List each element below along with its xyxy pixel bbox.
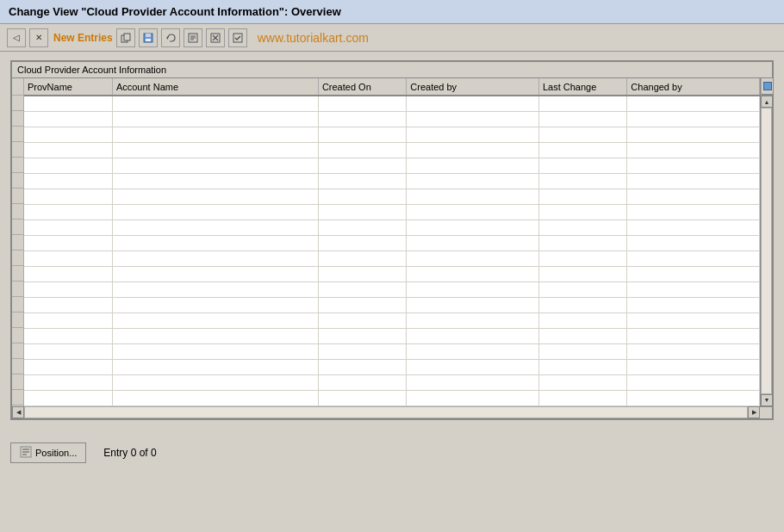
table-cell[interactable] (24, 173, 112, 189)
table-cell[interactable] (24, 220, 112, 235)
table-cell[interactable] (627, 266, 760, 281)
scroll-right-btn[interactable]: ▶ (748, 406, 760, 418)
row-indicator-12[interactable] (12, 266, 23, 281)
col-header-provname[interactable]: ProvName (24, 78, 112, 96)
scroll-down-btn[interactable]: ▼ (761, 394, 773, 406)
table-cell[interactable] (24, 359, 112, 374)
col-header-account-name[interactable]: Account Name (112, 78, 318, 96)
table-cell[interactable] (24, 204, 112, 220)
table-cell[interactable] (24, 374, 112, 390)
table-row[interactable] (24, 297, 760, 312)
table-cell[interactable] (24, 251, 112, 266)
table-cell[interactable] (112, 96, 318, 111)
table-cell[interactable] (407, 142, 539, 158)
table-cell[interactable] (407, 220, 539, 235)
table-cell[interactable] (112, 266, 318, 281)
table-cell[interactable] (627, 328, 760, 343)
select-btn[interactable] (228, 28, 247, 47)
table-cell[interactable] (538, 220, 626, 235)
table-cell[interactable] (627, 374, 760, 390)
table-cell[interactable] (407, 343, 539, 359)
table-cell[interactable] (24, 111, 112, 127)
table-row[interactable] (24, 328, 760, 343)
table-cell[interactable] (407, 251, 539, 266)
table-cell[interactable] (407, 189, 539, 204)
table-cell[interactable] (24, 158, 112, 173)
table-row[interactable] (24, 235, 760, 251)
table-cell[interactable] (627, 251, 760, 266)
save-btn[interactable] (139, 28, 158, 47)
col-header-changed-by[interactable]: Changed by (627, 78, 760, 96)
table-cell[interactable] (407, 127, 539, 142)
back-btn[interactable]: ◁ (7, 28, 26, 47)
table-cell[interactable] (318, 220, 406, 235)
table-cell[interactable] (24, 390, 112, 405)
table-cell[interactable] (318, 266, 406, 281)
col-header-last-change[interactable]: Last Change (538, 78, 626, 96)
table-cell[interactable] (112, 111, 318, 127)
table-cell[interactable] (407, 328, 539, 343)
table-cell[interactable] (538, 96, 626, 111)
table-cell[interactable] (627, 312, 760, 328)
table-row[interactable] (24, 312, 760, 328)
table-cell[interactable] (318, 127, 406, 142)
table-cell[interactable] (318, 281, 406, 297)
table-cell[interactable] (318, 235, 406, 251)
row-indicator-7[interactable] (12, 189, 23, 204)
table-row[interactable] (24, 251, 760, 266)
table-cell[interactable] (318, 111, 406, 127)
table-cell[interactable] (627, 359, 760, 374)
table-cell[interactable] (318, 142, 406, 158)
table-cell[interactable] (627, 390, 760, 405)
vertical-scrollbar[interactable]: ▲ ▼ (760, 78, 772, 406)
table-cell[interactable] (627, 111, 760, 127)
new-entries-label[interactable]: New Entries (53, 32, 113, 44)
table-cell[interactable] (318, 343, 406, 359)
table-cell[interactable] (627, 343, 760, 359)
table-cell[interactable] (538, 189, 626, 204)
table-cell[interactable] (112, 204, 318, 220)
table-cell[interactable] (538, 204, 626, 220)
row-indicator-11[interactable] (12, 251, 23, 266)
table-cell[interactable] (407, 158, 539, 173)
table-cell[interactable] (538, 142, 626, 158)
row-indicator-15[interactable] (12, 312, 23, 328)
table-cell[interactable] (112, 127, 318, 142)
table-cell[interactable] (24, 328, 112, 343)
table-cell[interactable] (538, 328, 626, 343)
table-cell[interactable] (318, 312, 406, 328)
table-row[interactable] (24, 359, 760, 374)
table-cell[interactable] (318, 158, 406, 173)
delete-btn[interactable] (206, 28, 225, 47)
table-cell[interactable] (318, 328, 406, 343)
col-header-created-by[interactable]: Created by (407, 78, 539, 96)
table-row[interactable] (24, 204, 760, 220)
table-cell[interactable] (318, 189, 406, 204)
exit-btn[interactable]: ✕ (29, 28, 48, 47)
horizontal-scrollbar[interactable]: ◀ ▶ (12, 406, 772, 418)
table-cell[interactable] (627, 297, 760, 312)
table-cell[interactable] (407, 359, 539, 374)
row-indicator-14[interactable] (12, 297, 23, 312)
table-cell[interactable] (627, 142, 760, 158)
table-row[interactable] (24, 173, 760, 189)
table-cell[interactable] (407, 96, 539, 111)
row-indicator-3[interactable] (12, 127, 23, 142)
table-cell[interactable] (318, 359, 406, 374)
table-cell[interactable] (538, 127, 626, 142)
table-cell[interactable] (112, 297, 318, 312)
table-row[interactable] (24, 111, 760, 127)
table-cell[interactable] (407, 235, 539, 251)
row-indicator-9[interactable] (12, 220, 23, 235)
table-row[interactable] (24, 158, 760, 173)
row-indicator-20[interactable] (12, 390, 23, 405)
row-indicator-19[interactable] (12, 374, 23, 390)
row-indicator-8[interactable] (12, 204, 23, 220)
table-cell[interactable] (407, 297, 539, 312)
table-cell[interactable] (538, 297, 626, 312)
table-cell[interactable] (112, 359, 318, 374)
table-cell[interactable] (538, 266, 626, 281)
scroll-up-btn[interactable]: ▲ (761, 96, 773, 108)
col-header-created-on[interactable]: Created On (318, 78, 406, 96)
table-cell[interactable] (112, 173, 318, 189)
